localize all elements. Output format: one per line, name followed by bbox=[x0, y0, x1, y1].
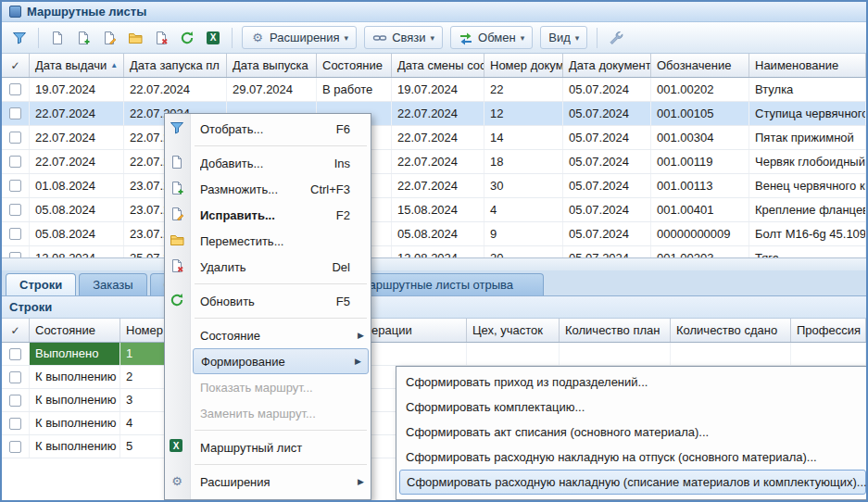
row-checkbox[interactable] bbox=[9, 180, 21, 192]
lines-col-qty-done[interactable]: Количество сдано bbox=[671, 319, 791, 342]
main-col-launch-date[interactable]: Дата запуска пл bbox=[124, 54, 227, 77]
submenu-item-rashodnaya-spisanie[interactable]: Сформировать расходную накладную (списан… bbox=[399, 470, 866, 495]
menu-item-state[interactable]: Состояние ▶ bbox=[165, 322, 371, 348]
cell: Крепление фланцевое bbox=[749, 198, 866, 221]
panel-splitter[interactable] bbox=[2, 257, 866, 270]
filter-icon bbox=[12, 31, 27, 45]
submenu-item-akt-spisania[interactable]: Сформировать акт списания (основного мат… bbox=[396, 420, 868, 445]
tab-stroki[interactable]: Строки bbox=[6, 273, 76, 295]
row-checkbox[interactable] bbox=[9, 395, 21, 407]
cell-check bbox=[2, 343, 30, 365]
new-document-button[interactable] bbox=[45, 26, 69, 49]
cell: 19.07.2024 bbox=[392, 78, 484, 101]
table-row[interactable]: 05.08.2024 23.07.2024 05.08.2024 9 05.07… bbox=[2, 222, 866, 246]
main-col-state[interactable]: Состояние bbox=[317, 54, 392, 77]
menu-item-extensions[interactable]: ⚙ Расширения ▶ bbox=[165, 469, 371, 495]
settings-wrench-button[interactable] bbox=[604, 26, 628, 49]
table-row[interactable]: 22.07.2024 22.07.2024 22.07.2024 18 05.0… bbox=[2, 150, 866, 174]
lines-col-qty-plan[interactable]: Количество план bbox=[560, 319, 671, 342]
lines-col-workshop[interactable]: Цех, участок bbox=[467, 319, 560, 342]
menu-item-delete[interactable]: Удалить Del bbox=[165, 254, 371, 280]
menu-item-refresh[interactable]: Обновить F5 bbox=[165, 288, 371, 314]
table-row-partial[interactable]: 12.08.2024 25.07.2024 12.08.2024 20 05.0… bbox=[2, 246, 866, 257]
row-checkbox[interactable] bbox=[9, 371, 21, 383]
folder-icon bbox=[170, 232, 184, 247]
tab-marshrutnye-listy-otryva[interactable]: Маршрутные листы отрыва bbox=[346, 273, 544, 295]
menu-item-filter[interactable]: Отобрать... F6 bbox=[165, 116, 371, 142]
filter-button[interactable] bbox=[7, 26, 31, 49]
submenu-item-rashodnaya-otpusk[interactable]: Сформировать расходную накладную на отпу… bbox=[396, 445, 868, 470]
column-label: Цех, участок bbox=[472, 323, 543, 337]
main-col-release-date[interactable]: Дата выпуска bbox=[227, 54, 317, 77]
menu-separator bbox=[195, 426, 367, 434]
cell: Червяк глобоидный bbox=[749, 150, 866, 173]
lines-col-state[interactable]: Состояние bbox=[30, 319, 120, 342]
exchange-menu-button[interactable]: Обмен ▾ bbox=[450, 26, 533, 49]
main-col-name[interactable]: Наименование bbox=[749, 54, 866, 77]
title-bar: Маршрутные листы bbox=[2, 2, 866, 22]
cell: 22.07.2024 bbox=[392, 150, 484, 173]
cell-check bbox=[2, 389, 30, 411]
column-label: Количество сдано bbox=[676, 323, 777, 337]
menu-item-edit[interactable]: Исправить... F2 bbox=[165, 202, 371, 228]
menu-item-label: Сформировать приход из подразделений... bbox=[406, 375, 648, 389]
row-checkbox[interactable] bbox=[9, 107, 21, 119]
lines-col-check[interactable]: ✓ bbox=[2, 319, 30, 342]
extensions-menu-button[interactable]: ⚙ Расширения ▾ bbox=[242, 26, 357, 49]
main-col-designation[interactable]: Обозначение bbox=[651, 54, 749, 77]
table-row[interactable]: 05.08.2024 23.07.2024 15.08.2024 4 05.07… bbox=[2, 198, 866, 222]
cell: 30 bbox=[484, 174, 563, 197]
table-row[interactable]: 22.07.2024 22.07.2024 22.07.2024 14 05.0… bbox=[2, 126, 866, 150]
main-col-check[interactable]: ✓ bbox=[2, 54, 30, 77]
refresh-button[interactable] bbox=[175, 26, 199, 49]
cell: 12 bbox=[484, 102, 563, 125]
cell-check bbox=[2, 435, 30, 458]
links-menu-button[interactable]: Связи ▾ bbox=[364, 26, 443, 49]
table-row[interactable]: 01.08.2024 23.07.2024 22.07.2024 30 05.0… bbox=[2, 174, 866, 198]
view-menu-button[interactable]: Вид ▾ bbox=[540, 26, 587, 49]
tab-zakazy[interactable]: Заказы bbox=[79, 273, 146, 295]
cell: 22.07.2024 bbox=[392, 174, 484, 197]
checkmark-icon: ✓ bbox=[10, 59, 19, 72]
edit-document-button[interactable] bbox=[97, 26, 121, 49]
main-col-state-change-date[interactable]: Дата смены сос bbox=[392, 54, 484, 77]
cell: Тяга bbox=[749, 246, 866, 257]
menu-item-duplicate[interactable]: Размножить... Ctrl+F3 bbox=[165, 176, 371, 202]
row-checkbox[interactable] bbox=[9, 83, 21, 95]
submenu-item-komplektacia[interactable]: Сформировать комплектацию... bbox=[396, 395, 868, 420]
main-col-doc-date[interactable]: Дата документа bbox=[563, 54, 651, 77]
table-row[interactable]: 19.07.2024 22.07.2024 29.07.2024 В работ… bbox=[2, 78, 866, 102]
submenu-item-prihod[interactable]: Сформировать приход из подразделений... bbox=[396, 370, 868, 395]
chevron-down-icon: ▾ bbox=[575, 33, 580, 43]
cell: 05.08.2024 bbox=[392, 222, 484, 245]
delete-document-button[interactable] bbox=[149, 26, 173, 49]
section-title-label: Строки bbox=[9, 300, 52, 314]
move-document-button[interactable] bbox=[123, 26, 147, 49]
column-label: Количество план bbox=[565, 323, 660, 337]
add-document-button[interactable] bbox=[71, 26, 95, 49]
row-checkbox[interactable] bbox=[9, 348, 21, 360]
menu-item-label: Сформировать комплектацию... bbox=[406, 400, 585, 414]
menu-item-route-sheet[interactable]: X Маршрутный лист bbox=[165, 434, 371, 460]
main-col-issue-date[interactable]: Дата выдачи▲ bbox=[30, 54, 124, 77]
row-checkbox[interactable] bbox=[9, 418, 21, 430]
row-checkbox[interactable] bbox=[9, 204, 21, 216]
line-row[interactable]: Выполнено 1 bbox=[2, 343, 866, 366]
lines-col-profession[interactable]: Профессия bbox=[791, 319, 866, 342]
row-checkbox[interactable] bbox=[9, 156, 21, 168]
table-row-selected[interactable]: 22.07.2024 22.07.2024 22.07.2024 12 05.0… bbox=[2, 102, 866, 126]
main-table-header: ✓ Дата выдачи▲ Дата запуска пл Дата выпу… bbox=[2, 54, 866, 78]
menu-item-label: Показать маршрут... bbox=[200, 381, 350, 395]
main-col-doc-number[interactable]: Номер докум bbox=[484, 54, 563, 77]
window-icon bbox=[9, 6, 21, 18]
row-checkbox[interactable] bbox=[9, 441, 21, 453]
menu-item-forming[interactable]: Формирование ▶ bbox=[193, 348, 369, 374]
menu-item-add[interactable]: Добавить... Ins bbox=[165, 150, 371, 176]
excel-export-button[interactable]: X bbox=[201, 26, 225, 49]
row-checkbox[interactable] bbox=[9, 228, 21, 240]
row-checkbox[interactable] bbox=[9, 132, 21, 144]
menu-item-move[interactable]: Переместить... bbox=[165, 228, 371, 254]
cell: 001.00304 bbox=[651, 126, 749, 149]
status-badge: К выполнению bbox=[30, 389, 120, 411]
column-label: Дата выдачи bbox=[35, 58, 107, 72]
